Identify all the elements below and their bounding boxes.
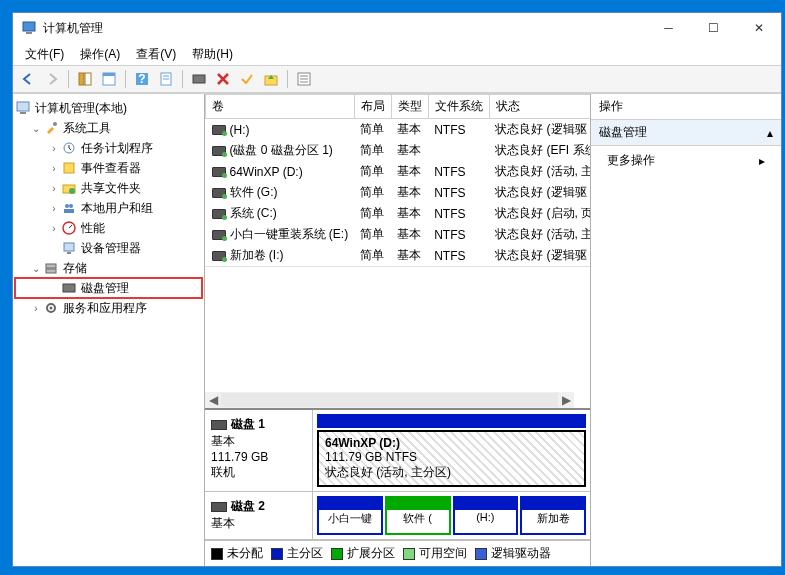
svg-rect-5 — [103, 73, 115, 76]
partition-header — [453, 496, 519, 508]
actions-panel: 操作 磁盘管理 ▴ 更多操作 ▸ — [591, 94, 781, 566]
help-button[interactable]: ? — [131, 68, 153, 90]
partition[interactable]: 新加卷 — [520, 508, 586, 535]
swatch-icon — [331, 548, 343, 560]
expand-icon[interactable]: › — [47, 163, 61, 174]
toolbar-separator — [125, 70, 126, 88]
col-type[interactable]: 类型 — [391, 95, 428, 119]
expand-icon[interactable]: › — [47, 183, 61, 194]
svg-point-19 — [53, 122, 57, 126]
performance-icon — [61, 220, 77, 236]
volume-icon — [212, 146, 226, 156]
expand-icon[interactable]: › — [29, 303, 43, 314]
properties-button[interactable] — [155, 68, 177, 90]
close-button[interactable]: ✕ — [736, 13, 781, 43]
volume-icon — [212, 251, 226, 261]
folder-up-button[interactable] — [260, 68, 282, 90]
expand-icon[interactable]: › — [47, 203, 61, 214]
collapse-icon[interactable]: ⌄ — [29, 263, 43, 274]
disk-name: 磁盘 1 — [231, 417, 265, 431]
back-button[interactable] — [17, 68, 39, 90]
table-row[interactable]: 新加卷 (I:)简单基本NTFS状态良好 (逻辑驱 — [206, 245, 591, 266]
partition-size: 111.79 GB NTFS — [325, 450, 578, 464]
tree-root[interactable]: 计算机管理(本地) — [15, 98, 202, 118]
expand-icon[interactable]: › — [47, 223, 61, 234]
window-title: 计算机管理 — [43, 20, 646, 37]
storage-icon — [43, 260, 59, 276]
table-row[interactable]: 小白一键重装系统 (E:)简单基本NTFS状态良好 (活动, 主 — [206, 224, 591, 245]
col-filesystem[interactable]: 文件系统 — [428, 95, 489, 119]
svg-rect-17 — [17, 102, 29, 111]
view-button-2[interactable] — [98, 68, 120, 90]
actions-header: 操作 — [591, 94, 781, 120]
tools-icon — [43, 120, 59, 136]
tree-label: 存储 — [63, 260, 87, 277]
partition[interactable]: 软件 ( — [385, 508, 451, 535]
menu-help[interactable]: 帮助(H) — [186, 44, 239, 65]
tree-device-manager[interactable]: 设备管理器 — [15, 238, 202, 258]
svg-rect-11 — [193, 75, 205, 83]
view-button-1[interactable] — [74, 68, 96, 90]
partition[interactable]: (H:) — [453, 508, 519, 535]
minimize-button[interactable]: ─ — [646, 13, 691, 43]
main-panel: 卷 布局 类型 文件系统 状态 (H:)简单基本NTFS状态良好 (逻辑驱(磁盘… — [205, 94, 591, 566]
partition-header — [317, 414, 586, 428]
toolbar: ? — [13, 65, 781, 93]
partition[interactable]: 64WinXP (D:) 111.79 GB NTFS 状态良好 (活动, 主分… — [317, 430, 586, 487]
volume-icon — [212, 230, 226, 240]
tree-label: 任务计划程序 — [81, 140, 153, 157]
disk-button[interactable] — [188, 68, 210, 90]
col-status[interactable]: 状态 — [489, 95, 590, 119]
table-row[interactable]: (H:)简单基本NTFS状态良好 (逻辑驱 — [206, 119, 591, 141]
forward-button[interactable] — [41, 68, 63, 90]
titlebar: 计算机管理 ─ ☐ ✕ — [13, 13, 781, 43]
legend-item: 扩展分区 — [331, 545, 395, 562]
menu-action[interactable]: 操作(A) — [74, 44, 126, 65]
delete-button[interactable] — [212, 68, 234, 90]
disk-row[interactable]: 磁盘 2 基本 小白一键 软件 ( (H:) — [205, 492, 590, 540]
svg-point-24 — [65, 204, 69, 208]
table-row[interactable]: 系统 (C:)简单基本NTFS状态良好 (启动, 页 — [206, 203, 591, 224]
content-area: 计算机管理(本地) ⌄ 系统工具 › 任务计划程序 › 事件查看器 › 共享文件… — [13, 93, 781, 566]
more-actions-link[interactable]: 更多操作 ▸ — [591, 146, 781, 175]
more-actions-label: 更多操作 — [607, 152, 655, 169]
horizontal-scrollbar[interactable]: ◀ ▶ — [205, 392, 574, 408]
volume-icon — [212, 167, 226, 177]
menu-view[interactable]: 查看(V) — [130, 44, 182, 65]
app-window: 计算机管理 ─ ☐ ✕ 文件(F) 操作(A) 查看(V) 帮助(H) ? 计算… — [12, 12, 782, 567]
tree-local-users[interactable]: › 本地用户和组 — [15, 198, 202, 218]
partition[interactable]: 小白一键 — [317, 508, 383, 535]
col-volume[interactable]: 卷 — [206, 95, 355, 119]
list-button[interactable] — [293, 68, 315, 90]
check-button[interactable] — [236, 68, 258, 90]
svg-point-23 — [69, 188, 75, 194]
expand-icon[interactable]: › — [47, 143, 61, 154]
tree-label: 共享文件夹 — [81, 180, 141, 197]
svg-rect-1 — [26, 32, 32, 34]
tree-event-viewer[interactable]: › 事件查看器 — [15, 158, 202, 178]
tree-task-scheduler[interactable]: › 任务计划程序 — [15, 138, 202, 158]
col-layout[interactable]: 布局 — [354, 95, 391, 119]
svg-point-35 — [50, 307, 53, 310]
table-row[interactable]: 64WinXP (D:)简单基本NTFS状态良好 (活动, 主 — [206, 161, 591, 182]
actions-section[interactable]: 磁盘管理 ▴ — [591, 120, 781, 146]
tree-label: 本地用户和组 — [81, 200, 153, 217]
scroll-track[interactable] — [221, 393, 558, 407]
table-header-row: 卷 布局 类型 文件系统 状态 — [206, 95, 591, 119]
tree-shared-folders[interactable]: › 共享文件夹 — [15, 178, 202, 198]
disk-icon — [61, 280, 77, 296]
tree-services-apps[interactable]: › 服务和应用程序 — [15, 298, 202, 318]
maximize-button[interactable]: ☐ — [691, 13, 736, 43]
disk-status: 联机 — [211, 464, 306, 481]
collapse-icon[interactable]: ⌄ — [29, 123, 43, 134]
disk-row[interactable]: 磁盘 1 基本 111.79 GB 联机 64WinXP (D:) 111.79… — [205, 410, 590, 492]
table-row[interactable]: (磁盘 0 磁盘分区 1)简单基本状态良好 (EFI 系统 — [206, 140, 591, 161]
scroll-left-arrow[interactable]: ◀ — [205, 392, 221, 408]
tree-system-tools[interactable]: ⌄ 系统工具 — [15, 118, 202, 138]
tree-performance[interactable]: › 性能 — [15, 218, 202, 238]
tree-disk-management[interactable]: 磁盘管理 — [15, 278, 202, 298]
table-row[interactable]: 软件 (G:)简单基本NTFS状态良好 (逻辑驱 — [206, 182, 591, 203]
menu-file[interactable]: 文件(F) — [19, 44, 70, 65]
scroll-right-arrow[interactable]: ▶ — [558, 392, 574, 408]
tree-storage[interactable]: ⌄ 存储 — [15, 258, 202, 278]
